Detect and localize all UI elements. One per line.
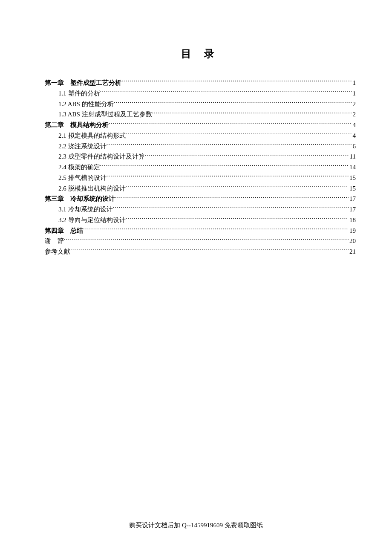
toc-entry-page: 14 xyxy=(349,162,356,173)
toc-entry-label: 2.6 脱模推出机构的设计 xyxy=(58,183,126,194)
toc-entry-page: 4 xyxy=(352,120,356,130)
toc-leader-dots xyxy=(145,152,349,159)
toc-entry-page: 17 xyxy=(349,194,356,204)
toc-entry-page: 1 xyxy=(352,78,356,88)
toc-entry-page: 11 xyxy=(349,151,356,162)
toc-leader-dots xyxy=(64,237,349,243)
toc-entry: 2.5 排气槽的设计15 xyxy=(45,173,356,183)
toc-entry-page: 20 xyxy=(349,236,356,246)
toc-leader-dots xyxy=(126,184,349,191)
toc-leader-dots xyxy=(126,216,349,222)
toc-entry: 参考文献21 xyxy=(45,246,356,257)
toc-entry-label: 3.1 冷却系统的设计 xyxy=(58,204,113,215)
toc-entry-page: 2 xyxy=(352,109,356,120)
toc-entry-page: 19 xyxy=(349,225,356,236)
toc-entry-label: 1.3 ABS 注射成型过程及工艺参数 xyxy=(58,109,152,120)
toc-leader-dots xyxy=(109,121,352,127)
toc-leader-dots xyxy=(107,173,349,180)
toc-entry: 2.2 浇注系统设计6 xyxy=(45,141,356,152)
toc-entry: 1.3 ABS 注射成型过程及工艺参数2 xyxy=(45,109,356,120)
toc-entry-label: 谢 辞 xyxy=(45,236,64,246)
toc-entry: 第二章 模具结构分析4 xyxy=(45,120,356,130)
toc-entry: 2.1 拟定模具的结构形式4 xyxy=(45,130,356,141)
toc-entry-label: 第三章 冷却系统的设计 xyxy=(45,194,115,204)
toc-entry: 2.6 脱模推出机构的设计15 xyxy=(45,183,356,194)
toc-entry-label: 第四章 总结 xyxy=(45,225,83,236)
toc-entry-label: 2.2 浇注系统设计 xyxy=(58,141,107,152)
toc-leader-dots xyxy=(70,247,349,254)
toc-entry-label: 参考文献 xyxy=(45,246,70,257)
toc-entry-label: 1.2 ABS 的性能分析 xyxy=(58,99,114,110)
toc-leader-dots xyxy=(114,100,352,106)
toc-entry-label: 2.1 拟定模具的结构形式 xyxy=(58,130,126,141)
toc-entry: 第四章 总结19 xyxy=(45,225,356,236)
toc-entry-page: 17 xyxy=(349,204,356,215)
table-of-contents: 第一章 塑件成型工艺分析11.1 塑件的分析11.2 ABS 的性能分析21.3… xyxy=(45,78,356,257)
toc-entry: 1.1 塑件的分析1 xyxy=(45,88,356,99)
toc-leader-dots xyxy=(121,78,352,85)
toc-leader-dots xyxy=(113,205,349,211)
toc-entry-page: 4 xyxy=(352,130,356,141)
toc-leader-dots xyxy=(126,131,352,138)
footer-text: 购买设计文档后加 Q--1459919609 免费领取图纸 xyxy=(0,521,392,529)
toc-leader-dots xyxy=(115,194,349,201)
toc-entry-label: 2.5 排气槽的设计 xyxy=(58,173,107,183)
toc-entry-label: 1.1 塑件的分析 xyxy=(58,88,100,99)
toc-entry: 2.3 成型零件的结构设计及计算11 xyxy=(45,151,356,162)
toc-entry-label: 2.4 模架的确定 xyxy=(58,162,100,173)
toc-entry-page: 6 xyxy=(352,141,356,152)
toc-entry-page: 2 xyxy=(352,99,356,110)
toc-entry: 3.1 冷却系统的设计17 xyxy=(45,204,356,215)
toc-entry-page: 15 xyxy=(349,173,356,183)
toc-entry-label: 第一章 塑件成型工艺分析 xyxy=(45,78,121,88)
toc-entry: 1.2 ABS 的性能分析2 xyxy=(45,99,356,110)
toc-leader-dots xyxy=(100,163,349,169)
toc-entry: 第一章 塑件成型工艺分析1 xyxy=(45,78,356,88)
document-page: 目 录 第一章 塑件成型工艺分析11.1 塑件的分析11.2 ABS 的性能分析… xyxy=(0,0,392,257)
toc-entry: 3.2 导向与定位结构设计18 xyxy=(45,215,356,225)
toc-leader-dots xyxy=(100,89,352,95)
toc-title: 目 录 xyxy=(45,47,356,61)
toc-entry: 谢 辞20 xyxy=(45,236,356,246)
toc-entry-page: 1 xyxy=(352,88,356,99)
toc-entry: 2.4 模架的确定14 xyxy=(45,162,356,173)
toc-entry-label: 3.2 导向与定位结构设计 xyxy=(58,215,126,225)
toc-entry: 第三章 冷却系统的设计17 xyxy=(45,194,356,204)
toc-entry-label: 第二章 模具结构分析 xyxy=(45,120,109,130)
toc-entry-page: 18 xyxy=(349,215,356,225)
toc-entry-page: 21 xyxy=(349,246,356,257)
toc-entry-page: 15 xyxy=(349,183,356,194)
toc-leader-dots xyxy=(107,142,352,148)
toc-leader-dots xyxy=(152,110,352,116)
toc-entry-label: 2.3 成型零件的结构设计及计算 xyxy=(58,151,145,162)
toc-leader-dots xyxy=(83,226,349,233)
